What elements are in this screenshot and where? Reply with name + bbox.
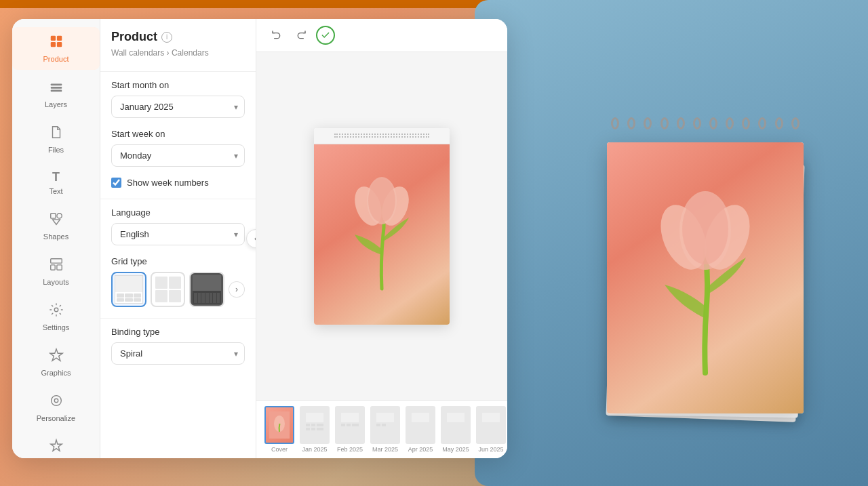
thumb-img-may: [441, 406, 471, 444]
thumbnail-jun[interactable]: Jun 2025: [476, 406, 506, 453]
info-icon[interactable]: i: [161, 32, 172, 43]
collapse-panel-button[interactable]: ‹: [246, 229, 256, 248]
sidebar-layers-label: Layers: [45, 100, 67, 108]
thumb-img-feb: [335, 406, 365, 444]
spiral-loop: [726, 117, 734, 129]
undo-button[interactable]: [267, 26, 286, 45]
svg-point-15: [51, 396, 61, 406]
spiral-loop: [775, 117, 783, 129]
svg-rect-0: [50, 36, 55, 41]
svg-rect-3: [56, 42, 61, 47]
svg-rect-10: [50, 259, 62, 263]
svg-rect-29: [311, 428, 315, 430]
thumb-label-feb: Feb 2025: [337, 446, 363, 453]
thumbnail-mar[interactable]: Mar 2025: [370, 406, 400, 453]
svg-point-20: [368, 179, 395, 222]
svg-marker-14: [50, 349, 62, 361]
svg-rect-38: [376, 424, 380, 426]
breadcrumb: Wall calendars › Calendars: [111, 48, 245, 58]
divider-3: [100, 318, 256, 319]
large-calendar-stack: [590, 75, 821, 413]
sidebar-graphics-label: Graphics: [41, 369, 71, 377]
sidebar-item-shapes[interactable]: Shapes: [12, 205, 100, 247]
language-select[interactable]: English French Spanish German: [111, 223, 245, 245]
grid-type-option-3[interactable]: [189, 272, 224, 307]
thumb-label-may: May 2025: [442, 446, 469, 453]
sidebar-item-graphics[interactable]: Graphics: [12, 341, 100, 384]
cal-page-main: [607, 142, 804, 413]
sidebar-item-personalize[interactable]: Personalize: [12, 386, 100, 429]
sidebar-item-text[interactable]: T Text: [12, 163, 100, 202]
sidebar: Product Layers Files T T: [12, 19, 100, 458]
start-week-select[interactable]: Monday Sunday: [111, 144, 245, 167]
cal-page-image: [607, 142, 804, 413]
svg-rect-26: [311, 424, 315, 426]
divider-1: [100, 71, 256, 72]
show-week-numbers-checkbox[interactable]: [111, 178, 121, 188]
thumbnail-strip: Cover Jan 2025: [256, 400, 507, 458]
svg-rect-25: [306, 424, 310, 426]
tulip-illustration: [334, 167, 429, 302]
spiral-loop: [758, 117, 766, 129]
graphics-icon: [49, 348, 64, 366]
breadcrumb-level1: Wall calendars: [111, 48, 164, 58]
preview-toolbar: [256, 19, 507, 52]
save-indicator: [316, 26, 335, 45]
thumbnail-jan[interactable]: Jan 2025: [300, 406, 330, 453]
calendar-image-area: [314, 144, 450, 325]
redo-button[interactable]: [292, 26, 311, 45]
thumbnail-feb[interactable]: Feb 2025: [335, 406, 365, 453]
grid-type-label: Grid type: [111, 256, 245, 266]
start-month-select[interactable]: January 2025 February 2025 March 2025: [111, 96, 245, 118]
sidebar-item-files[interactable]: Files: [12, 118, 100, 161]
svg-rect-43: [447, 413, 465, 422]
thumbnail-apr[interactable]: Apr 2025: [406, 406, 435, 453]
preview-main: [256, 52, 507, 400]
spiral-loop: [709, 117, 717, 129]
spiral-loop: [660, 117, 669, 129]
sidebar-item-collections[interactable]: Collections: [12, 432, 100, 458]
thumb-label-jun: Jun 2025: [478, 446, 503, 453]
svg-rect-41: [412, 413, 429, 422]
svg-rect-5: [50, 87, 62, 89]
spiral-loop: [611, 117, 619, 129]
show-week-numbers-row: Show week numbers: [111, 178, 245, 188]
sidebar-layouts-label: Layouts: [43, 278, 69, 286]
spiral-loop: [644, 117, 652, 129]
svg-rect-12: [56, 265, 61, 270]
breadcrumb-level2: Calendars: [172, 48, 209, 58]
settings-icon: [49, 302, 64, 321]
files-icon: [49, 125, 64, 143]
breadcrumb-separator: ›: [167, 48, 172, 58]
thumb-label-jan: Jan 2025: [302, 446, 327, 453]
binding-type-select[interactable]: Spiral Wire-O Saddle stitch: [111, 342, 245, 365]
grid-type-next-button[interactable]: ›: [229, 281, 245, 298]
spiral-loop: [742, 117, 750, 129]
thumbnail-may[interactable]: May 2025: [441, 406, 471, 453]
language-label: Language: [111, 207, 245, 218]
shapes-icon: [49, 211, 64, 230]
svg-rect-28: [306, 428, 310, 430]
svg-point-13: [54, 308, 58, 312]
settings-panel: ‹ Product i Wall calendars › Calendars S…: [100, 19, 256, 458]
thumb-img-jun: [476, 406, 506, 444]
thumb-label-mar: Mar 2025: [372, 446, 398, 453]
sidebar-item-product[interactable]: Product: [12, 27, 100, 70]
svg-rect-35: [352, 424, 359, 426]
svg-rect-45: [482, 413, 500, 422]
svg-rect-30: [317, 428, 323, 430]
grid-type-option-2[interactable]: [151, 272, 186, 307]
sidebar-item-layouts[interactable]: Layouts: [12, 250, 100, 293]
spiral-loop: [791, 117, 800, 129]
svg-rect-37: [376, 413, 394, 422]
personalize-icon: [49, 393, 64, 411]
thumb-img-mar: [370, 406, 400, 444]
thumbnail-cover[interactable]: Cover: [264, 406, 294, 453]
sidebar-item-settings[interactable]: Settings: [12, 296, 100, 338]
grid-type-option-1[interactable]: [111, 272, 146, 307]
sidebar-item-layers[interactable]: Layers: [12, 73, 100, 115]
preview-area: Cover Jan 2025: [256, 19, 507, 458]
language-select-wrapper: English French Spanish German ▾: [111, 223, 245, 245]
start-month-select-wrapper: January 2025 February 2025 March 2025 ▾: [111, 96, 245, 118]
svg-rect-7: [50, 214, 55, 218]
